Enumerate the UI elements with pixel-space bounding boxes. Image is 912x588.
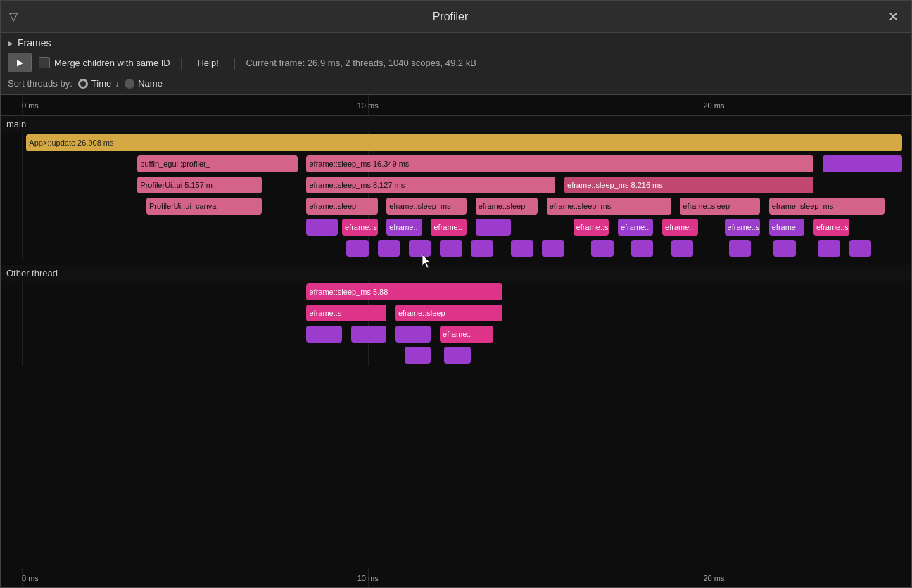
main-row-3: ProfilerUi::ui_canva eframe::sleep efram…: [22, 196, 911, 217]
window-title: Profiler: [433, 11, 469, 23]
flame-bar-r5-3[interactable]: [409, 240, 431, 257]
profiler-area: 0 ms 10 ms 20 ms main App>: [1, 95, 911, 587]
flame-bar-app-update[interactable]: App>::update 26.908 ms: [26, 134, 902, 151]
flame-bar-r5-5[interactable]: [471, 240, 493, 257]
main-thread-label: main: [1, 116, 911, 132]
play-button[interactable]: ▶: [8, 53, 32, 72]
flame-bar-sleep-3c[interactable]: eframe::sleep: [476, 198, 538, 215]
menu-icon[interactable]: ▽: [9, 10, 18, 23]
flame-bar-sleep-2a[interactable]: eframe::sleep_ms 8.127 ms: [306, 177, 555, 193]
flame-bar-r4-8[interactable]: eframe::: [662, 219, 698, 236]
timeline-footer: 0 ms 10 ms 20 ms: [1, 568, 911, 587]
other-row-3: [22, 345, 911, 366]
sort-name-radio[interactable]: Name: [125, 78, 163, 89]
title-bar: ▽ Profiler ✕: [1, 1, 911, 33]
toolbar-row2: ▶ Merge children with same ID | Help! | …: [8, 53, 904, 72]
flame-bar-r5-2[interactable]: [378, 240, 400, 257]
frames-label: Frames: [18, 37, 51, 49]
sort-label: Sort threads by:: [8, 78, 72, 89]
other-row-2: eframe::: [22, 324, 911, 345]
flame-bar-other-2c[interactable]: [395, 326, 431, 343]
threads-container: main App>::update 26.908 ms: [1, 116, 911, 568]
flame-bar-r4-3[interactable]: eframe::: [386, 219, 422, 236]
status-text: Current frame: 26.9 ms, 2 threads, 1040 …: [246, 58, 476, 68]
flame-bar-purple-1[interactable]: [823, 155, 903, 172]
sort-name-radio-icon: [125, 79, 134, 89]
flame-bar-other-1b[interactable]: eframe::sleep: [395, 305, 502, 321]
flame-bar-r5-10[interactable]: [671, 240, 694, 257]
flame-bar-sleep-3d[interactable]: eframe::sleep_ms: [547, 198, 671, 215]
toolbar: ▶ Frames ▶ Merge children with same ID |…: [1, 33, 911, 95]
main-row-4: eframe::s eframe:: eframe:: eframe::s ef…: [22, 217, 911, 238]
sort-row: Sort threads by: Time ↓ Name: [8, 77, 904, 90]
sort-time-radio-icon: [78, 79, 88, 89]
flame-bar-profilerui[interactable]: ProfilerUi::ui 5.157 m: [137, 177, 262, 193]
main-row-1: puffin_egui::profiler_ eframe::sleep_ms …: [22, 153, 911, 174]
close-button[interactable]: ✕: [883, 7, 903, 27]
other-flame-canvas[interactable]: eframe::sleep_ms 5.88 eframe::s eframe::…: [1, 281, 911, 366]
flame-bar-r5-12[interactable]: [773, 240, 796, 257]
flame-bar-puffin[interactable]: puffin_egui::profiler_: [137, 155, 298, 172]
tick-20ms-bottom: 20 ms: [703, 574, 724, 582]
flame-bar-other-2b[interactable]: [351, 326, 387, 343]
tick-0ms-top: 0 ms: [22, 101, 39, 110]
toolbar-row1: ▶ Frames: [8, 37, 904, 49]
separator1: |: [180, 56, 184, 70]
flame-bar-other-3a[interactable]: [405, 347, 431, 364]
separator2: |: [233, 56, 236, 70]
flame-bar-r5-4[interactable]: [440, 240, 462, 257]
tick-10ms-top: 10 ms: [357, 101, 379, 110]
sort-name-label: Name: [138, 78, 163, 89]
sort-time-radio[interactable]: Time ↓: [78, 78, 119, 89]
frames-triangle-icon: ▶: [8, 39, 13, 47]
flame-bar-r4-6[interactable]: eframe::s: [574, 219, 609, 236]
merge-checkbox-container[interactable]: Merge children with same ID: [39, 57, 170, 68]
flame-bar-other-3b[interactable]: [444, 347, 471, 364]
main-flame-canvas[interactable]: App>::update 26.908 ms puffin_egui::prof…: [1, 132, 911, 259]
tick-0ms-bottom: 0 ms: [22, 574, 39, 582]
tick-20ms-top: 20 ms: [703, 101, 724, 110]
flame-bar-r4-2[interactable]: eframe::s: [342, 219, 378, 236]
flame-bar-other-sleep-0[interactable]: eframe::sleep_ms 5.88: [306, 283, 502, 300]
main-row-0: App>::update 26.908 ms: [22, 132, 911, 153]
other-row-0: eframe::sleep_ms 5.88: [22, 281, 911, 302]
flame-bar-r5-8[interactable]: [591, 240, 614, 257]
flame-bar-r5-9[interactable]: [631, 240, 654, 257]
flame-bar-r4-11[interactable]: eframe::s: [813, 219, 849, 236]
flame-bar-r4-9[interactable]: eframe::s: [725, 219, 761, 236]
flame-bar-other-1a[interactable]: eframe::s: [306, 305, 386, 321]
merge-label: Merge children with same ID: [54, 58, 170, 68]
main-row-5: [22, 238, 911, 259]
flame-bar-sleep-2b[interactable]: eframe::sleep_ms 8.216 ms: [564, 177, 813, 193]
flame-bar-r4-7[interactable]: eframe::: [618, 219, 654, 236]
flame-bar-sleep-3b[interactable]: eframe::sleep_ms: [386, 198, 467, 215]
sort-arrow-icon: ↓: [115, 79, 119, 89]
other-thread-label: Other thread: [1, 265, 911, 281]
flame-bar-r5-13[interactable]: [818, 240, 840, 257]
flame-bar-r5-6[interactable]: [511, 240, 533, 257]
tick-10ms-bottom: 10 ms: [357, 574, 379, 582]
flame-bar-canva[interactable]: ProfilerUi::ui_canva: [146, 198, 262, 215]
flame-bar-other-2a[interactable]: [306, 326, 342, 343]
flame-bar-r4-4[interactable]: eframe::: [431, 219, 467, 236]
flame-bar-sleep-3a[interactable]: eframe::sleep: [306, 198, 377, 215]
flame-bar-r5-1[interactable]: [346, 240, 369, 257]
sort-time-label: Time: [91, 78, 111, 89]
flame-bar-r4-5[interactable]: [476, 219, 512, 236]
flame-bar-r5-7[interactable]: [542, 240, 564, 257]
help-button[interactable]: Help!: [193, 56, 222, 70]
merge-checkbox[interactable]: [39, 57, 50, 68]
other-row-1: eframe::s eframe::sleep: [22, 302, 911, 324]
frames-toggle[interactable]: ▶ Frames: [8, 37, 51, 49]
flame-bar-r4-10[interactable]: eframe::: [769, 219, 805, 236]
flame-bar-r5-11[interactable]: [729, 240, 752, 257]
flame-bar-sleep-1[interactable]: eframe::sleep_ms 16.349 ms: [306, 155, 813, 172]
flame-bar-sleep-3f[interactable]: eframe::sleep_ms: [769, 198, 885, 215]
profiler-window: ▽ Profiler ✕ ▶ Frames ▶ Merge children w…: [0, 0, 912, 588]
flame-bar-r4-1[interactable]: [306, 219, 337, 236]
flame-bar-other-2d[interactable]: eframe::: [440, 326, 493, 343]
main-thread-section: main App>::update 26.908 ms: [1, 116, 911, 259]
main-row-2: ProfilerUi::ui 5.157 m eframe::sleep_ms …: [22, 174, 911, 196]
flame-bar-r5-14[interactable]: [849, 240, 872, 257]
flame-bar-sleep-3e[interactable]: eframe::sleep: [680, 198, 760, 215]
